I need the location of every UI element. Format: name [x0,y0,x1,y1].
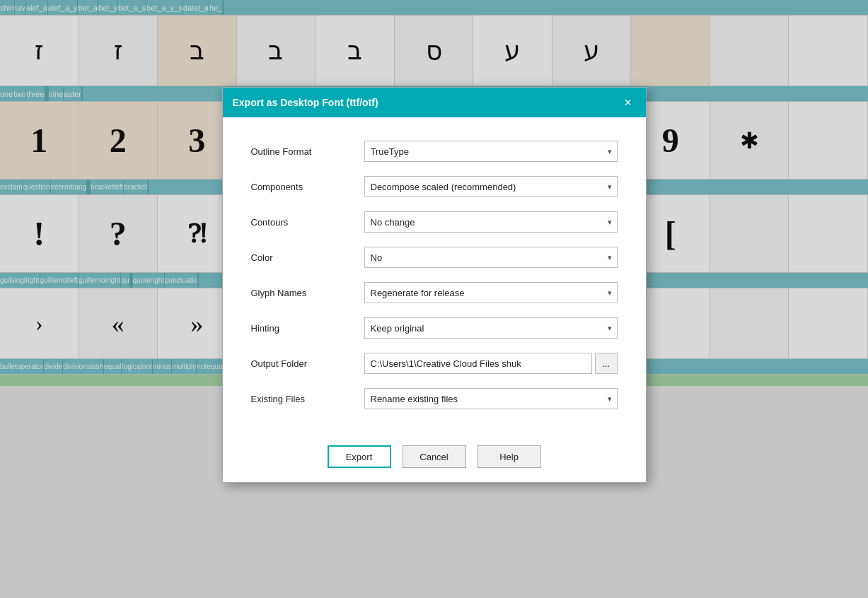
outline-format-control: TrueType OpenType CFF OpenType CFF2 ▾ [364,141,618,162]
dialog-titlebar: Export as Desktop Font (ttf/otf) × [223,88,646,117]
components-row: Components Decompose scaled (recommended… [251,174,618,199]
color-control: No Yes ▾ [364,247,618,268]
export-button[interactable]: Export [328,445,391,468]
output-folder-row: Output Folder ... [251,351,618,376]
glyph-names-control: Regenerate for release Keep original Don… [364,282,618,303]
hinting-row: Hinting Keep original None Auto ▾ [251,315,618,341]
dialog-body: Outline Format TrueType OpenType CFF Ope… [223,117,646,435]
cancel-button[interactable]: Cancel [403,445,466,468]
contours-control: No change Remove overlaps Correct direct… [364,211,618,233]
contours-row: Contours No change Remove overlaps Corre… [251,209,618,235]
hinting-label: Hinting [251,323,364,334]
output-folder-input[interactable] [364,353,592,374]
help-button[interactable]: Help [478,445,541,468]
outline-format-select[interactable]: TrueType OpenType CFF OpenType CFF2 [364,141,618,162]
existing-files-label: Existing Files [251,394,364,404]
components-control: Decompose scaled (recommended) Keep comp… [364,176,618,197]
dialog-title: Export as Desktop Font (ttf/otf) [233,97,378,108]
glyph-names-row: Glyph Names Regenerate for release Keep … [251,280,618,305]
contours-select[interactable]: No change Remove overlaps Correct direct… [364,211,618,233]
outline-format-row: Outline Format TrueType OpenType CFF Ope… [251,139,618,164]
components-select[interactable]: Decompose scaled (recommended) Keep comp… [364,176,618,197]
output-folder-control: ... [364,353,618,374]
folder-browse-button[interactable]: ... [595,353,618,374]
existing-files-select[interactable]: Rename existing files Replace existing f… [364,388,618,409]
color-select[interactable]: No Yes [364,247,618,268]
components-label: Components [251,182,364,192]
hinting-control: Keep original None Auto ▾ [364,317,618,339]
glyph-names-select[interactable]: Regenerate for release Keep original Don… [364,282,618,303]
contours-label: Contours [251,217,364,228]
output-folder-label: Output Folder [251,358,364,369]
existing-files-control: Rename existing files Replace existing f… [364,388,618,409]
modal-overlay: Export as Desktop Font (ttf/otf) × Outli… [0,0,868,598]
color-row: Color No Yes ▾ [251,245,618,270]
dialog-close-button[interactable]: × [620,95,636,110]
export-dialog: Export as Desktop Font (ttf/otf) × Outli… [222,87,647,483]
color-label: Color [251,252,364,263]
dialog-footer: Export Cancel Help [223,435,646,482]
outline-format-label: Outline Format [251,146,364,157]
folder-input-group: ... [364,353,618,374]
existing-files-row: Existing Files Rename existing files Rep… [251,386,618,411]
glyph-names-label: Glyph Names [251,288,364,298]
hinting-select[interactable]: Keep original None Auto [364,317,618,339]
